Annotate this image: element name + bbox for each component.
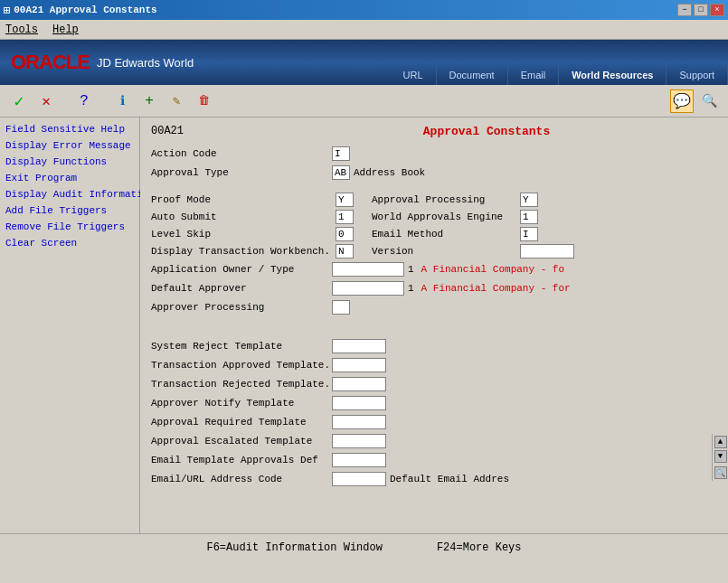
sidebar-item-display-audit[interactable]: Display Audit Informatio: [5, 186, 134, 202]
info-button[interactable]: ℹ: [110, 89, 134, 113]
approval-type-label: Approval Type: [151, 167, 332, 178]
sidebar-item-display-error[interactable]: Display Error Message: [5, 137, 134, 154]
default-approver-num: 1: [404, 283, 418, 294]
right-scrollbar: ▲ ▼ 🔍: [712, 434, 728, 481]
menu-tools[interactable]: Tools: [5, 24, 38, 36]
email-template-label: Email Template Approvals Def: [151, 455, 332, 465]
approver-processing-label: Approver Processing: [151, 302, 332, 313]
tab-email[interactable]: Email: [508, 65, 560, 85]
trans-rejected-row: Transaction Rejected Template.: [151, 376, 717, 392]
window-title: 00A21 Approval Constants: [14, 5, 156, 15]
minimize-button[interactable]: −: [677, 4, 692, 16]
menu-help[interactable]: Help: [52, 24, 79, 36]
scroll-up-button[interactable]: ▲: [714, 436, 727, 448]
close-button[interactable]: ×: [710, 4, 724, 16]
auto-submit-row: Auto Submit World Approvals Engine: [151, 210, 717, 224]
email-url-input[interactable]: [332, 472, 386, 486]
trans-rejected-input[interactable]: [332, 377, 386, 391]
action-code-row: Action Code: [151, 146, 717, 162]
oracle-logo: ORACLE: [11, 51, 90, 74]
checkmark-button[interactable]: ✓: [7, 89, 31, 113]
template-section: System Reject Template Transaction Appro…: [151, 338, 717, 487]
approval-type-desc: Address Book: [354, 167, 425, 178]
title-bar-left: ⊞ 00A21 Approval Constants: [4, 4, 157, 17]
maximize-button[interactable]: □: [694, 4, 708, 16]
email-method-input[interactable]: [520, 227, 538, 241]
world-approvals-input[interactable]: [520, 210, 538, 224]
approval-required-input[interactable]: [332, 415, 386, 429]
default-approver-label: Default Approver: [151, 283, 332, 294]
sidebar-item-remove-file-triggers[interactable]: Remove File Triggers: [5, 219, 134, 235]
approver-processing-input[interactable]: [332, 300, 350, 315]
help-button[interactable]: ?: [72, 89, 96, 113]
level-skip-input[interactable]: [336, 227, 354, 241]
search-button[interactable]: 🔍: [697, 89, 721, 113]
form-id: 00A21: [151, 125, 184, 137]
delete-button[interactable]: 🗑: [192, 89, 215, 113]
app-owner-desc: A Financial Company - fo: [421, 264, 564, 275]
status-bar: F6=Audit Information Window F24=More Key…: [0, 533, 728, 560]
email-template-input[interactable]: [332, 453, 386, 467]
proof-mode-input[interactable]: [336, 193, 354, 207]
action-code-input[interactable]: [332, 146, 350, 161]
sidebar: Field Sensitive Help Display Error Messa…: [0, 118, 140, 533]
approval-required-row: Approval Required Template: [151, 414, 717, 430]
approver-notify-label: Approver Notify Template: [151, 398, 332, 409]
menu-bar: Tools Help: [0, 20, 728, 40]
sidebar-item-add-file-triggers[interactable]: Add File Triggers: [5, 202, 134, 219]
default-approver-row: Default Approver 1 A Financial Company -…: [151, 280, 717, 296]
default-approver-desc: A Financial Company - for: [421, 283, 571, 294]
tab-url[interactable]: URL: [391, 65, 437, 85]
approval-type-code-input[interactable]: [332, 165, 350, 180]
approval-escalated-input[interactable]: [332, 434, 386, 448]
email-url-label: Email/URL Address Code: [151, 474, 332, 484]
app-owner-label: Application Owner / Type: [151, 264, 332, 275]
display-trans-label: Display Transaction Workbench.: [151, 246, 332, 257]
jde-text: JD Edwards World: [97, 56, 194, 70]
approval-escalated-label: Approval Escalated Template: [151, 436, 332, 447]
trans-approved-row: Transaction Approved Template.: [151, 357, 717, 373]
approver-notify-input[interactable]: [332, 396, 386, 410]
scroll-down-button[interactable]: ▼: [714, 450, 727, 463]
scroll-search-button[interactable]: 🔍: [714, 466, 727, 479]
add-button[interactable]: +: [137, 89, 161, 113]
system-reject-input[interactable]: [332, 339, 386, 353]
tab-support[interactable]: Support: [667, 65, 728, 85]
action-code-label: Action Code: [151, 148, 332, 159]
sidebar-item-field-sensitive-help[interactable]: Field Sensitive Help: [5, 121, 134, 137]
title-bar-controls: − □ ×: [677, 4, 724, 16]
sidebar-item-clear-screen[interactable]: Clear Screen: [5, 235, 134, 251]
sidebar-item-exit-program[interactable]: Exit Program: [5, 170, 134, 186]
version-input[interactable]: [520, 244, 574, 259]
chat-button[interactable]: 💬: [670, 89, 694, 113]
f24-label: F24=More Keys: [437, 541, 522, 554]
app-owner-num: 1: [404, 264, 418, 275]
world-approvals-label: World Approvals Engine: [372, 212, 516, 222]
trans-approved-input[interactable]: [332, 358, 386, 372]
proof-mode-row: Proof Mode Approval Processing: [151, 193, 717, 207]
auto-submit-label: Auto Submit: [151, 212, 332, 222]
version-label: Version: [372, 246, 516, 257]
tab-document[interactable]: Document: [437, 65, 508, 85]
content-area: 00A21 Approval Constants Action Code App…: [140, 118, 728, 533]
edit-button[interactable]: ✎: [165, 89, 188, 113]
form-title: Approval Constants: [256, 125, 717, 138]
default-approver-input[interactable]: [332, 281, 404, 296]
approval-escalated-row: Approval Escalated Template: [151, 433, 717, 449]
email-method-label: Email Method: [372, 229, 516, 240]
form-header: 00A21 Approval Constants: [151, 125, 717, 138]
app-owner-input1[interactable]: [332, 262, 404, 277]
approval-processing-input[interactable]: [520, 193, 538, 207]
sidebar-item-display-functions[interactable]: Display Functions: [5, 154, 134, 170]
auto-submit-input[interactable]: [336, 210, 354, 224]
app-owner-row: Application Owner / Type 1 A Financial C…: [151, 261, 717, 277]
approval-type-row: Approval Type Address Book: [151, 165, 717, 181]
tab-world-resources[interactable]: World Resources: [559, 65, 667, 85]
level-skip-label: Level Skip: [151, 229, 332, 240]
email-url-desc: Default Email Addres: [390, 474, 509, 484]
approver-processing-row: Approver Processing: [151, 299, 717, 315]
main-layout: Field Sensitive Help Display Error Messa…: [0, 118, 728, 533]
display-trans-input[interactable]: [336, 244, 354, 259]
oracle-header: ORACLE JD Edwards World URL Document Ema…: [0, 40, 728, 85]
cancel-button[interactable]: ✕: [34, 89, 58, 113]
